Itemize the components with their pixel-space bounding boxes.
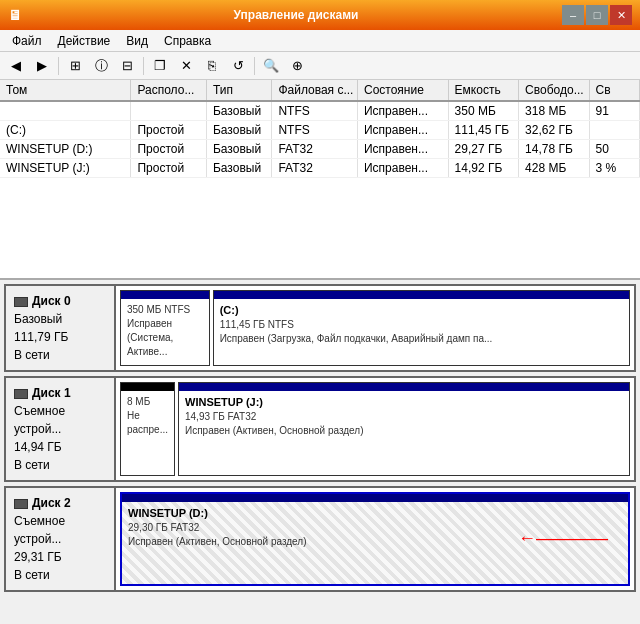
menu-view[interactable]: Вид — [118, 32, 156, 50]
table-cell — [0, 101, 131, 121]
table-cell: 91 — [589, 101, 639, 121]
toolbar-btn-3[interactable]: ⊞ — [63, 55, 87, 77]
col-header-raspo[interactable]: Располо... — [131, 80, 207, 101]
table-cell: WINSETUP (J:) — [0, 159, 131, 178]
toolbar-separator-3 — [254, 57, 255, 75]
toolbar-btn-5[interactable]: ⊟ — [115, 55, 139, 77]
minimize-button[interactable]: – — [562, 5, 584, 25]
disk-name: Диск 0 — [14, 292, 106, 310]
menu-action[interactable]: Действие — [50, 32, 119, 50]
toolbar-btn-11[interactable]: ⊕ — [285, 55, 309, 77]
back-button[interactable]: ◀ — [4, 55, 28, 77]
table-cell: Базовый — [206, 159, 271, 178]
toolbar-btn-9[interactable]: ↺ — [226, 55, 250, 77]
toolbar-btn-7[interactable]: ✕ — [174, 55, 198, 77]
table-cell: 14,92 ГБ — [448, 159, 518, 178]
disk-row: Диск 1 Съемное устрой... 14,94 ГБ В сети… — [4, 376, 636, 482]
table-row[interactable]: (C:)ПростойБазовыйNTFSИсправен...111,45 … — [0, 121, 640, 140]
partition-block[interactable]: WINSETUP (J:)14,93 ГБ FAT32Исправен (Акт… — [178, 382, 630, 476]
menu-help[interactable]: Справка — [156, 32, 219, 50]
toolbar-btn-6[interactable]: ❐ — [148, 55, 172, 77]
table-row[interactable]: БазовыйNTFSИсправен...350 МБ318 МБ91 — [0, 101, 640, 121]
partition-size: 350 МБ NTFS — [127, 303, 203, 317]
table-cell: Базовый — [206, 121, 271, 140]
table-cell: Простой — [131, 159, 207, 178]
disk-info: Диск 1 Съемное устрой... 14,94 ГБ В сети — [6, 378, 116, 480]
table-row[interactable]: WINSETUP (D:)ПростойБазовыйFAT32Исправен… — [0, 140, 640, 159]
table-cell: Исправен... — [357, 140, 448, 159]
disk-partitions: 8 МБНе распре...WINSETUP (J:)14,93 ГБ FA… — [116, 378, 634, 480]
partition-block[interactable]: 350 МБ NTFSИсправен (Система, Активе... — [120, 290, 210, 366]
col-header-free[interactable]: Свободо... — [519, 80, 589, 101]
col-header-state[interactable]: Состояние — [357, 80, 448, 101]
table-cell: Простой — [131, 140, 207, 159]
title-bar: 🖥 Управление дисками – □ ✕ — [0, 0, 640, 30]
disk-size: 29,31 ГБ — [14, 548, 106, 566]
disk-size: 111,79 ГБ — [14, 328, 106, 346]
disk-row: Диск 2 Съемное устрой... 29,31 ГБ В сети… — [4, 486, 636, 592]
window-icon: 🖥 — [8, 7, 22, 23]
table-cell: Базовый — [206, 101, 271, 121]
red-arrow: ←———— — [518, 526, 608, 551]
disk-status: В сети — [14, 346, 106, 364]
partition-size: 8 МБ — [127, 395, 168, 409]
disk-status: В сети — [14, 456, 106, 474]
partition-status: Исправен (Загрузка, Файл подкачки, Авари… — [220, 332, 623, 346]
table-row[interactable]: WINSETUP (J:)ПростойБазовыйFAT32Исправен… — [0, 159, 640, 178]
disk-partitions: 350 МБ NTFSИсправен (Система, Активе...(… — [116, 286, 634, 370]
menu-bar: Файл Действие Вид Справка — [0, 30, 640, 52]
table-cell: NTFS — [272, 101, 358, 121]
disk-type: Съемное устрой... — [14, 512, 106, 548]
toolbar: ◀ ▶ ⊞ ⓘ ⊟ ❐ ✕ ⎘ ↺ 🔍 ⊕ — [0, 52, 640, 80]
maximize-button[interactable]: □ — [586, 5, 608, 25]
partition-status: Исправен (Система, Активе... — [127, 317, 203, 359]
col-header-sv[interactable]: Св — [589, 80, 639, 101]
table-cell: WINSETUP (D:) — [0, 140, 131, 159]
table-cell: FAT32 — [272, 140, 358, 159]
table-cell: (C:) — [0, 121, 131, 140]
table-cell: 3 % — [589, 159, 639, 178]
window-controls: – □ ✕ — [562, 5, 632, 25]
partition-status: Исправен (Активен, Основной раздел) — [185, 424, 623, 438]
col-header-cap[interactable]: Емкость — [448, 80, 518, 101]
partition-block[interactable]: (C:)111,45 ГБ NTFSИсправен (Загрузка, Фа… — [213, 290, 630, 366]
table-cell: 111,45 ГБ — [448, 121, 518, 140]
forward-button[interactable]: ▶ — [30, 55, 54, 77]
disk-map-area[interactable]: Диск 0 Базовый 111,79 ГБ В сети350 МБ NT… — [0, 280, 640, 624]
col-header-tom[interactable]: Том — [0, 80, 131, 101]
table-cell: NTFS — [272, 121, 358, 140]
disk-status: В сети — [14, 566, 106, 584]
window-title: Управление дисками — [30, 8, 562, 22]
partition-block[interactable]: ←————WINSETUP (D:)29,30 ГБ FAT32Исправен… — [120, 492, 630, 586]
disk-info: Диск 2 Съемное устрой... 29,31 ГБ В сети — [6, 488, 116, 590]
table-cell: 14,78 ГБ — [519, 140, 589, 159]
menu-file[interactable]: Файл — [4, 32, 50, 50]
disk-table: Том Располо... Тип Файловая с... Состоян… — [0, 80, 640, 178]
disk-row: Диск 0 Базовый 111,79 ГБ В сети350 МБ NT… — [4, 284, 636, 372]
partition-block[interactable]: 8 МБНе распре... — [120, 382, 175, 476]
partition-name: WINSETUP (D:) — [128, 506, 622, 521]
toolbar-btn-10[interactable]: 🔍 — [259, 55, 283, 77]
table-cell: 428 МБ — [519, 159, 589, 178]
partition-name: (C:) — [220, 303, 623, 318]
table-cell — [131, 101, 207, 121]
toolbar-btn-4[interactable]: ⓘ — [89, 55, 113, 77]
table-cell: Простой — [131, 121, 207, 140]
disk-name: Диск 2 — [14, 494, 106, 512]
close-button[interactable]: ✕ — [610, 5, 632, 25]
table-cell: 350 МБ — [448, 101, 518, 121]
partition-name: WINSETUP (J:) — [185, 395, 623, 410]
disk-partitions: ←————WINSETUP (D:)29,30 ГБ FAT32Исправен… — [116, 488, 634, 590]
disk-table-area[interactable]: Том Располо... Тип Файловая с... Состоян… — [0, 80, 640, 280]
table-cell: 50 — [589, 140, 639, 159]
toolbar-btn-8[interactable]: ⎘ — [200, 55, 224, 77]
table-cell: Исправен... — [357, 121, 448, 140]
col-header-fs[interactable]: Файловая с... — [272, 80, 358, 101]
disk-name: Диск 1 — [14, 384, 106, 402]
partition-size: 14,93 ГБ FAT32 — [185, 410, 623, 424]
main-content: Том Располо... Тип Файловая с... Состоян… — [0, 80, 640, 624]
disk-size: 14,94 ГБ — [14, 438, 106, 456]
table-cell: 318 МБ — [519, 101, 589, 121]
col-header-tip[interactable]: Тип — [206, 80, 271, 101]
partition-size: 111,45 ГБ NTFS — [220, 318, 623, 332]
